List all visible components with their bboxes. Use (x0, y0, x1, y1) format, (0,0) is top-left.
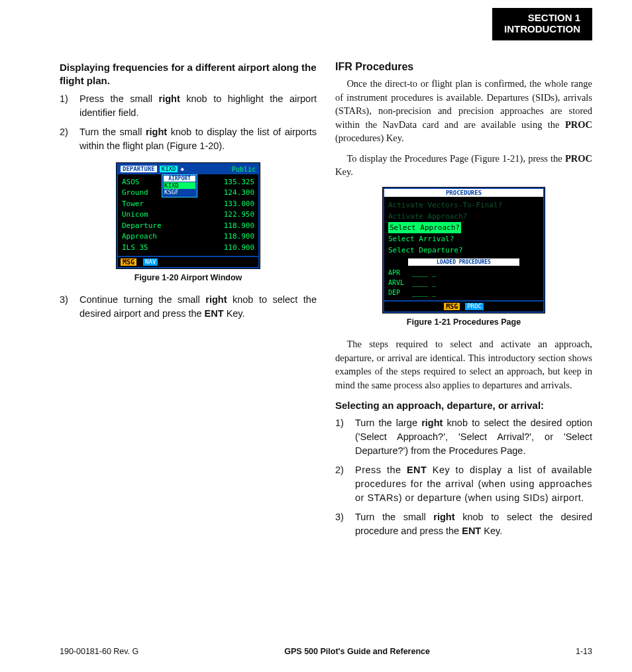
proc-tag: PROC (465, 303, 484, 310)
step-num: 3) (60, 293, 79, 321)
public-label: Public (232, 166, 256, 173)
step-text: Turn the small right knob to display the… (79, 125, 317, 153)
airport-popup: AIRPORT KIXD KSGF (162, 174, 197, 197)
freq-row: Departure118.900 (122, 221, 254, 232)
diamond-icon: ◆ (180, 166, 184, 172)
step: 1) Press the small right knob to highlig… (60, 92, 317, 120)
freq-row: Tower133.000 (122, 199, 254, 210)
step-text: Press the ENT Key to display a list of a… (355, 463, 592, 505)
proc-botbar: MSG PROC (384, 300, 543, 311)
proc-title: PROCEDURES (384, 189, 543, 197)
proc-row: Activate Approach? (388, 211, 539, 222)
proc-row: Activate Vectors-To-Final? (388, 199, 539, 211)
nav-tag: NAV (143, 258, 158, 266)
right-heading2: Selecting an approach, departure, or arr… (335, 399, 592, 412)
left-heading: Displaying frequencies for a different a… (60, 61, 317, 88)
popup-option: KIXD (164, 182, 195, 189)
left-column: Displaying frequencies for a different a… (60, 61, 317, 547)
proc-inner: Activate Vectors-To-Final? Activate Appr… (384, 197, 543, 300)
step: 2) Press the ENT Key to display a list o… (335, 463, 592, 505)
section-tab: SECTION 1 INTRODUCTION (492, 8, 592, 40)
footer-mid: GPS 500 Pilot's Guide and Reference (284, 647, 430, 656)
gps-botbar: MSG NAV (118, 256, 258, 267)
step-text: Continue turning the small right knob to… (79, 293, 317, 321)
proc-row: Select Arrival? (388, 233, 539, 245)
step-num: 2) (335, 463, 355, 505)
gps-inner: AIRPORT KIXD KSGF ASOS135.325 Ground124.… (118, 174, 258, 256)
loaded-procedures-label: LOADED PROCEDURES (408, 258, 519, 266)
footer-right: 1-13 (576, 647, 592, 656)
msg-tag: MSG (121, 258, 136, 266)
loaded-row: ARVL____ _ (388, 278, 539, 288)
footer: 190-00181-60 Rev. G GPS 500 Pilot's Guid… (60, 647, 592, 656)
paragraph: To display the Procedures Page (Figure 1… (335, 152, 592, 179)
right-topic: IFR Procedures (335, 61, 592, 73)
loaded-row: APR____ _ (388, 268, 539, 278)
freq-row: Unicom122.950 (122, 209, 254, 221)
right-column: IFR Procedures Once the direct-to or fli… (335, 61, 592, 547)
step-text: Turn the small right knob to select the … (355, 510, 592, 538)
right-steps: 1) Turn the large right knob to select t… (335, 416, 592, 538)
step: 3) Turn the small right knob to select t… (335, 510, 592, 538)
step: 2) Turn the small right knob to display … (60, 125, 317, 153)
left-steps-b: 3) Continue turning the small right knob… (60, 293, 317, 321)
step-num: 1) (60, 92, 79, 120)
gps-screen: DEPARTURE KIXD ◆ Public AIRPORT KIXD KSG… (116, 162, 260, 270)
page: SECTION 1 INTRODUCTION Displaying freque… (0, 0, 632, 672)
departure-label: DEPARTURE (121, 166, 157, 172)
step-num: 2) (60, 125, 79, 153)
msg-tag: MSG (444, 303, 460, 310)
section-line2: INTRODUCTION (504, 23, 580, 34)
popup-option: KSGF (164, 189, 195, 196)
paragraph: The steps required to select and activat… (335, 337, 592, 392)
footer-left: 190-00181-60 Rev. G (60, 647, 138, 656)
freq-row: Approach118.900 (122, 231, 254, 243)
figure-caption: Figure 1-20 Airport Window (60, 273, 317, 282)
step-text: Turn the large right knob to select the … (355, 416, 592, 458)
freq-row: ILS 35110.900 (122, 243, 254, 254)
step-num: 3) (335, 510, 355, 538)
proc-screen: PROCEDURES Activate Vectors-To-Final? Ac… (382, 187, 545, 313)
figure-1-21: PROCEDURES Activate Vectors-To-Final? Ac… (335, 187, 592, 327)
step-text: Press the small right knob to highlight … (79, 92, 317, 120)
columns: Displaying frequencies for a different a… (60, 61, 592, 547)
gps-topbar: DEPARTURE KIXD ◆ Public (118, 164, 258, 174)
figure-1-20: DEPARTURE KIXD ◆ Public AIRPORT KIXD KSG… (60, 162, 317, 283)
proc-row-selected: Select Approach? (388, 222, 461, 233)
step: 3) Continue turning the small right knob… (60, 293, 317, 321)
popup-header: AIRPORT (164, 176, 195, 182)
airport-code: KIXD (160, 166, 178, 172)
step-num: 1) (335, 416, 355, 458)
proc-row: Select Departure? (388, 245, 539, 256)
loaded-row: DEP____ _ (388, 288, 539, 298)
paragraph: Once the direct-to or flight plan is con… (335, 77, 592, 145)
left-steps-a: 1) Press the small right knob to highlig… (60, 92, 317, 153)
section-line1: SECTION 1 (504, 12, 580, 23)
step: 1) Turn the large right knob to select t… (335, 416, 592, 458)
figure-caption: Figure 1-21 Procedures Page (335, 317, 592, 327)
